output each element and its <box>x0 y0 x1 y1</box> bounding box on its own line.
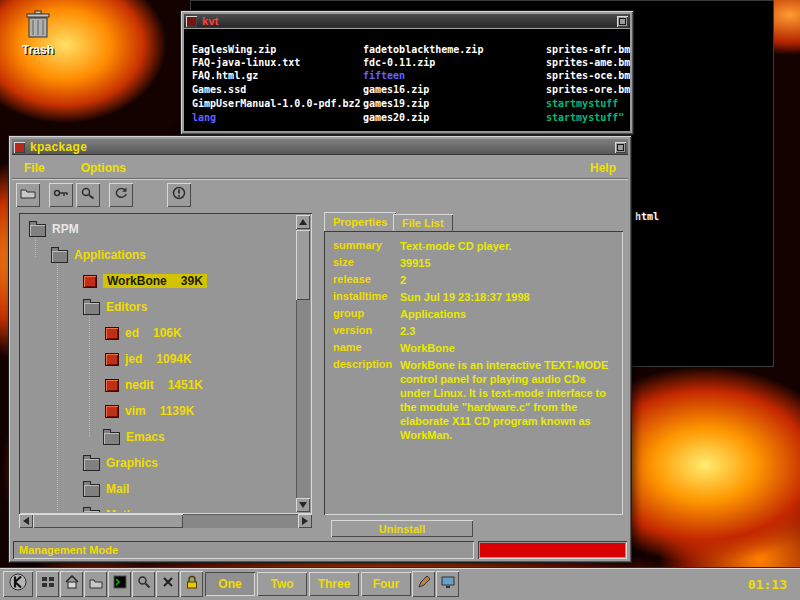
package-tree[interactable]: RPM Applications WorkBone39K Editors ed1… <box>21 215 296 512</box>
open-folder-icon <box>20 186 36 204</box>
terminal-button[interactable] <box>108 571 131 597</box>
file-name: FAQ-java-linux.txt <box>192 57 300 68</box>
tree-item-ed[interactable]: ed106K <box>105 323 182 343</box>
package-icon <box>105 353 119 366</box>
display-settings-button[interactable] <box>436 571 459 597</box>
tree-item-math[interactable]: Math <box>83 505 134 512</box>
terminal-row: Games.ssd games16.zip sprites-ore.bmp <box>184 84 630 97</box>
property-value: WorkBone <box>400 341 614 355</box>
terminal-row: GimpUserManual-1.0.0-pdf.bz2 games19.zip… <box>184 98 630 111</box>
window-list-button[interactable] <box>36 571 59 597</box>
tab-file-list[interactable]: File List <box>393 214 453 232</box>
padlock-icon <box>186 575 198 593</box>
tree-horizontal-scrollbar[interactable] <box>19 514 312 528</box>
window-menu-button[interactable] <box>14 142 25 153</box>
file-name: sprites-ame.bmp <box>546 57 630 68</box>
desktop-button-four[interactable]: Four <box>361 572 411 596</box>
taskbar-clock: 01:13 <box>748 577 787 592</box>
reload-button[interactable] <box>109 183 133 207</box>
tree-item-rpm[interactable]: RPM <box>29 219 79 239</box>
taskbar: One Two Three Four 01:13 <box>0 568 800 600</box>
tree-item-vim[interactable]: vim1139K <box>105 401 194 421</box>
property-value: Text-mode CD player. <box>400 239 614 253</box>
find-file-button[interactable] <box>76 183 100 207</box>
tree-item-editors[interactable]: Editors <box>83 297 147 317</box>
tab-properties[interactable]: Properties <box>324 212 396 232</box>
tree-item-nedit[interactable]: nedit1451K <box>105 375 203 395</box>
tree-item-graphics[interactable]: Graphics <box>83 453 158 473</box>
file-name: GimpUserManual-1.0.0-pdf.bz2 <box>192 98 361 109</box>
tree-item-mail[interactable]: Mail <box>83 479 129 499</box>
trash-can-icon <box>25 29 51 43</box>
uninstall-button[interactable]: Uninstall <box>331 520 473 537</box>
scroll-left-button[interactable] <box>19 514 33 528</box>
scroll-up-button[interactable] <box>296 215 310 229</box>
paint-tool-button[interactable] <box>412 571 435 597</box>
directory-name: lang <box>192 112 216 123</box>
file-name: fadetoblacktheme.zip <box>363 44 483 55</box>
file-name: games19.zip <box>363 98 429 109</box>
folder-icon <box>89 575 103 593</box>
home-icon <box>65 575 79 593</box>
lock-screen-button[interactable] <box>180 571 203 597</box>
tree-item-emacs[interactable]: Emacs <box>103 427 165 447</box>
kill-window-button[interactable] <box>156 571 179 597</box>
home-button[interactable] <box>60 571 83 597</box>
folder-icon <box>83 458 100 471</box>
kvt-window: kvt EaglesWing.zip fadetoblacktheme.zip … <box>180 10 634 135</box>
key-icon <box>53 186 69 204</box>
find-button[interactable] <box>132 571 155 597</box>
brush-icon <box>417 575 431 593</box>
kvt-titlebar[interactable]: kvt <box>184 14 630 28</box>
trash-desktop-icon[interactable]: Trash <box>12 10 64 57</box>
file-name: sprites-ore.bmp <box>546 84 630 95</box>
refresh-icon <box>113 186 129 204</box>
tree-vertical-scrollbar[interactable] <box>296 215 310 512</box>
file-name: games16.zip <box>363 84 429 95</box>
executable-name: startmystuff <box>546 98 618 109</box>
scroll-right-button[interactable] <box>298 514 312 528</box>
property-label: name <box>333 341 397 353</box>
folder-icon <box>51 250 68 263</box>
tree-item-applications[interactable]: Applications <box>51 245 146 265</box>
maximize-button[interactable] <box>615 142 626 153</box>
open-button[interactable] <box>16 183 40 207</box>
scroll-down-button[interactable] <box>296 498 310 512</box>
folder-icon <box>83 510 100 512</box>
kpackage-titlebar[interactable]: kpackage <box>12 139 628 155</box>
window-menu-button[interactable] <box>186 16 197 27</box>
property-value: 2.3 <box>400 324 614 338</box>
tree-item-jed[interactable]: jed1094K <box>105 349 192 369</box>
menu-options[interactable]: Options <box>81 161 126 175</box>
maximize-button[interactable] <box>617 16 628 27</box>
k-menu-button[interactable] <box>3 571 33 597</box>
info-button[interactable] <box>167 183 191 207</box>
desktop-button-one[interactable]: One <box>205 572 255 596</box>
progress-cell <box>478 541 627 559</box>
terminal-icon <box>113 575 127 593</box>
terminal-row: FAQ-java-linux.txt fdc-0.11.zip sprites-… <box>184 57 630 70</box>
trash-label: Trash <box>12 43 64 57</box>
grid-icon <box>41 575 55 593</box>
terminal-content[interactable]: EaglesWing.zip fadetoblacktheme.zip spri… <box>184 29 630 131</box>
scrollbar-thumb[interactable] <box>296 230 310 300</box>
k-logo-icon <box>9 573 27 595</box>
scrollbar-thumb[interactable] <box>33 514 183 528</box>
window-title: kvt <box>202 15 219 27</box>
tree-item-workbone-selected[interactable]: WorkBone39K <box>83 271 207 291</box>
property-value: WorkBone is an interactive TEXT-MODE con… <box>400 358 614 442</box>
find-package-button[interactable] <box>49 183 73 207</box>
tree-guide-line <box>89 309 90 437</box>
menu-help[interactable]: Help <box>590 161 616 175</box>
property-label: installtime <box>333 290 397 302</box>
package-icon <box>105 405 119 418</box>
menu-file[interactable]: File <box>24 161 45 175</box>
selected-highlight: WorkBone39K <box>103 274 207 288</box>
package-icon <box>105 379 119 392</box>
desktop-button-two[interactable]: Two <box>257 572 307 596</box>
property-value: Applications <box>400 307 614 321</box>
executable-name: startmystuff" <box>546 112 624 123</box>
file-manager-button[interactable] <box>84 571 107 597</box>
file-name: EaglesWing.zip <box>192 44 276 55</box>
desktop-button-three[interactable]: Three <box>309 572 359 596</box>
